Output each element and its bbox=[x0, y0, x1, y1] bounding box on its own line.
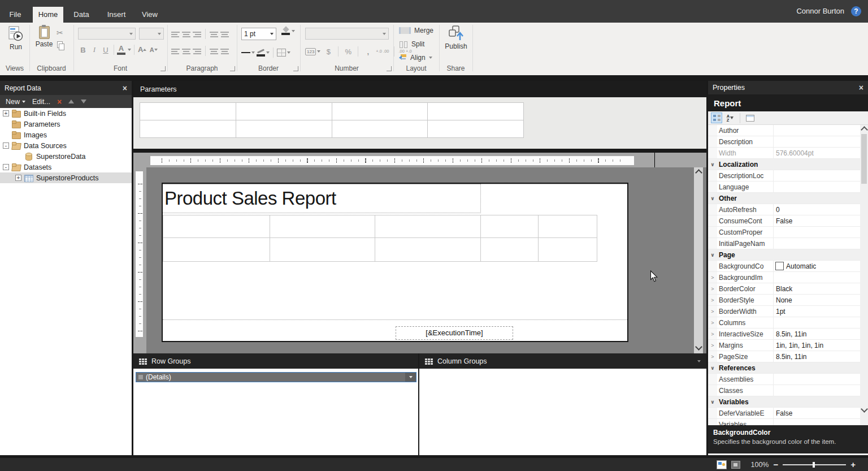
parameter-cell[interactable] bbox=[140, 103, 236, 120]
property-value[interactable]: None bbox=[774, 296, 792, 304]
canvas-scrollbar[interactable] bbox=[694, 167, 703, 353]
scroll-up-icon[interactable] bbox=[861, 126, 868, 133]
percent-button[interactable]: % bbox=[343, 46, 353, 57]
expander-icon[interactable]: - bbox=[3, 164, 9, 170]
merge-button[interactable]: Merge bbox=[399, 27, 433, 34]
expand-icon[interactable]: > bbox=[708, 283, 717, 294]
property-row[interactable]: > BorderWidth 1pt bbox=[708, 306, 860, 317]
property-pages-button[interactable] bbox=[744, 113, 756, 123]
scroll-up-icon[interactable] bbox=[695, 169, 702, 176]
property-row[interactable]: AutoRefresh 0 bbox=[708, 204, 860, 215]
thousands-separator-button[interactable]: , bbox=[363, 46, 373, 57]
tree-item[interactable]: Parameters bbox=[0, 119, 132, 129]
font-dialog-launcher[interactable] bbox=[160, 66, 166, 71]
close-icon[interactable]: × bbox=[123, 84, 127, 93]
property-value[interactable]: 0 bbox=[774, 206, 780, 214]
move-down-icon[interactable] bbox=[81, 100, 86, 103]
cut-button[interactable]: ✂ bbox=[57, 28, 63, 37]
property-row[interactable]: DeferVariableE False bbox=[708, 408, 860, 419]
tablix-data-cell[interactable] bbox=[163, 238, 270, 262]
bold-button[interactable]: B bbox=[78, 44, 88, 55]
parameter-cell[interactable] bbox=[428, 120, 524, 138]
parameter-cell[interactable] bbox=[140, 120, 236, 138]
expand-icon[interactable]: > bbox=[708, 272, 717, 283]
close-icon[interactable]: × bbox=[859, 83, 863, 92]
run-button[interactable]: Run bbox=[5, 26, 27, 51]
property-row[interactable]: DescriptionLoc bbox=[708, 170, 860, 182]
expand-icon[interactable] bbox=[708, 385, 717, 396]
report-title-textbox[interactable]: Product Sales Report bbox=[163, 184, 481, 213]
property-row[interactable]: Assemblies bbox=[708, 374, 860, 385]
parameter-cell[interactable] bbox=[332, 103, 428, 120]
align-left-icon[interactable] bbox=[171, 48, 180, 54]
property-row[interactable]: Author bbox=[708, 125, 860, 136]
property-row[interactable]: BackgroundCo Automatic bbox=[708, 261, 860, 272]
report-page[interactable]: Product Sales Report [&ExecutionTime] bbox=[162, 183, 628, 342]
number-format-select[interactable] bbox=[305, 28, 389, 40]
bullet-list-icon[interactable] bbox=[210, 48, 218, 54]
expand-icon[interactable] bbox=[708, 182, 717, 192]
expand-icon[interactable]: > bbox=[708, 329, 717, 339]
property-row[interactable]: > Margins 1in, 1in, 1in, 1in bbox=[708, 340, 860, 351]
property-value[interactable]: False bbox=[774, 217, 792, 225]
decrease-decimal-button[interactable]: .00 +.0 bbox=[399, 49, 412, 54]
border-fill-button[interactable] bbox=[281, 27, 295, 35]
tablix-header-cell[interactable] bbox=[163, 215, 270, 238]
expand-icon[interactable]: > bbox=[708, 340, 717, 351]
border-color-button[interactable] bbox=[257, 49, 270, 57]
design-canvas[interactable]: Product Sales Report [&ExecutionTime] bbox=[133, 167, 706, 353]
property-row[interactable]: ∨ Other bbox=[708, 193, 860, 204]
expand-icon[interactable] bbox=[708, 125, 717, 136]
property-value[interactable]: 8.5in, 11in bbox=[774, 353, 807, 361]
tablix-header-cell[interactable] bbox=[375, 215, 481, 238]
property-value[interactable]: 1in, 1in, 1in, 1in bbox=[774, 342, 823, 349]
expand-icon[interactable] bbox=[708, 374, 717, 384]
property-row[interactable]: Description bbox=[708, 136, 860, 148]
property-row[interactable]: ∨ Variables bbox=[708, 396, 860, 408]
execution-time-textbox[interactable]: [&ExecutionTime] bbox=[396, 326, 513, 340]
tablix-data-cell[interactable] bbox=[539, 238, 597, 262]
tree-item[interactable]: + Built-in Fields bbox=[0, 108, 132, 119]
paragraph-dialog-launcher[interactable] bbox=[230, 66, 235, 71]
align-bottom-icon[interactable] bbox=[193, 31, 201, 37]
tablix-header-cell[interactable] bbox=[481, 215, 539, 238]
expand-icon[interactable] bbox=[708, 170, 717, 181]
align-middle-icon[interactable] bbox=[182, 31, 190, 37]
expand-icon[interactable]: ∨ bbox=[708, 249, 717, 260]
align-right-icon[interactable] bbox=[193, 48, 201, 54]
tree-item[interactable]: - Data Sources bbox=[0, 140, 132, 151]
tree-item[interactable]: SuperstoreData bbox=[0, 151, 132, 162]
property-row[interactable]: InitialPageNam bbox=[708, 238, 860, 249]
property-row[interactable]: > BorderColor Black bbox=[708, 283, 860, 295]
property-row[interactable]: > InteractiveSize 8.5in, 11in bbox=[708, 329, 860, 340]
design-view-icon[interactable] bbox=[717, 460, 727, 469]
currency-button[interactable]: $ bbox=[323, 46, 333, 57]
expand-icon[interactable] bbox=[708, 136, 717, 147]
details-group-dropdown[interactable] bbox=[405, 373, 416, 382]
tab-home[interactable]: Home bbox=[33, 7, 63, 23]
align-top-icon[interactable] bbox=[171, 31, 180, 37]
expand-icon[interactable] bbox=[708, 408, 717, 418]
tree-item[interactable]: + SuperstoreProducts bbox=[0, 172, 132, 183]
run-view-icon[interactable] bbox=[731, 461, 740, 469]
font-family-select[interactable] bbox=[78, 28, 136, 40]
zoom-out-button[interactable]: − bbox=[773, 460, 778, 469]
expander-icon[interactable]: + bbox=[15, 175, 21, 181]
help-icon[interactable]: ? bbox=[851, 6, 861, 16]
zoom-in-button[interactable]: + bbox=[850, 460, 856, 469]
tab-data[interactable]: Data bbox=[68, 7, 95, 23]
expand-icon[interactable] bbox=[708, 227, 717, 237]
property-row[interactable]: ∨ Localization bbox=[708, 159, 860, 170]
paste-button[interactable]: Paste bbox=[34, 26, 54, 48]
font-size-select[interactable] bbox=[139, 28, 164, 40]
property-row[interactable]: ConsumeCont False bbox=[708, 215, 860, 227]
properties-scrollbar[interactable] bbox=[860, 125, 868, 415]
number-dialog-launcher[interactable] bbox=[387, 66, 392, 71]
expand-icon[interactable] bbox=[708, 261, 717, 271]
border-width-select[interactable]: 1 pt bbox=[241, 28, 276, 40]
numbered-list-icon[interactable] bbox=[220, 48, 229, 54]
property-row[interactable]: > PageSize 8.5in, 11in bbox=[708, 351, 860, 362]
zoom-slider[interactable] bbox=[783, 464, 846, 465]
parameter-cell[interactable] bbox=[428, 103, 524, 120]
expander-icon[interactable]: - bbox=[3, 142, 9, 149]
